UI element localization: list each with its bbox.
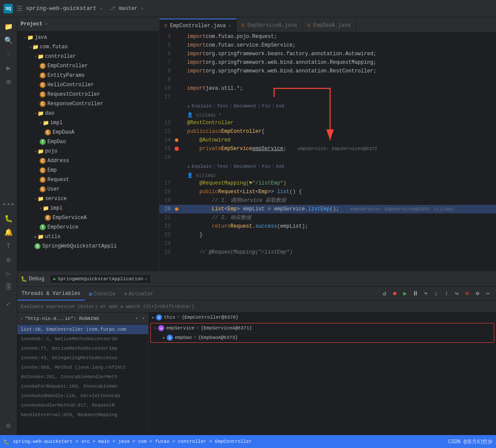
ai-document2[interactable]: Document (234, 164, 256, 169)
code-line-4: import com.futao.pojo.Request; (184, 32, 496, 41)
tree-item-requestcontroller[interactable]: C RequestController (17, 90, 159, 99)
activity-terminal-icon[interactable]: T (3, 240, 15, 252)
thread-frame-5[interactable]: doInvoke:261, InvocableHandlerMeth (17, 372, 148, 382)
tree-item-responsecontroller[interactable]: C ResponseController (17, 99, 159, 109)
thread-frame-8[interactable]: invokeHandlerMethod:917, RequestM (17, 401, 148, 410)
activity-vcs-icon[interactable]: ⑂ (3, 48, 15, 60)
ai-document[interactable]: Document (234, 103, 256, 109)
pause-tool-btn[interactable]: ⏸ (411, 289, 420, 298)
activity-plugins-icon[interactable]: ⊞ (3, 76, 15, 88)
thread-frame-6[interactable]: invokeForRequest:189, InvocableHan (17, 382, 148, 391)
var-inf-icon: ∞ (158, 325, 164, 331)
debug-session-tab[interactable]: ▶ SpringWebQuickstartApplication ✕ (50, 274, 151, 284)
activity-notifications-icon[interactable]: 🔔 (3, 226, 15, 238)
tab-console[interactable]: ▥ Console (85, 288, 120, 301)
tree-item-empservicea[interactable]: C EmpServiceA (17, 213, 159, 222)
thread-dropdown-icon[interactable]: ▾ (142, 315, 145, 322)
var-expand-empservice-icon[interactable]: ▾ (154, 326, 156, 331)
ai-test2[interactable]: Test (217, 164, 228, 169)
tree-item-address[interactable]: C Address (17, 156, 159, 166)
var-item-empdao[interactable]: ▶ C empDao = {EmpDaoA@6373} (151, 333, 494, 342)
tab-empcontroller[interactable]: C EmpController.java ✕ (159, 19, 237, 32)
thread-frame-2[interactable]: invoke:77, NativeMethodAccessorImp (17, 344, 148, 353)
project-header: Project ▾ (17, 17, 159, 31)
ai-fix2[interactable]: Fix (262, 164, 271, 169)
tree-item-empdao[interactable]: I EmpDao (17, 137, 159, 147)
hamburger-icon[interactable]: ☰ (16, 4, 22, 13)
activity-services-icon[interactable]: ⚙ (3, 254, 15, 266)
tree-item-controller[interactable]: ▾ 📁 controller (17, 52, 159, 61)
activity-project-icon[interactable]: 📁 (3, 21, 15, 33)
tab-threads-variables[interactable]: Threads & Variables (17, 288, 85, 301)
run-cursor-btn[interactable]: ↪ (452, 289, 462, 298)
activity-run2-icon[interactable]: ▷ (3, 268, 15, 280)
tree-item-empservice[interactable]: I EmpService (17, 222, 159, 232)
var-item-empservice[interactable]: ▾ ∞ empService = {EmpServiceA@6371} (151, 323, 494, 333)
java-class-icon: C (40, 91, 46, 97)
thread-frame-1[interactable]: invoke0:-1, NativeMethodAccessorIm (17, 334, 148, 344)
tree-item-pojo[interactable]: ▾ 📁 pojo (17, 147, 159, 156)
thread-frame-7[interactable]: invokeAndHandle:118, ServletInvocab (17, 391, 148, 401)
thread-frame-4[interactable]: invoke:568, Method (java.lang.reflect (17, 363, 148, 372)
mute-btn[interactable]: ⊖ (473, 289, 482, 298)
tree-item-empcontroller[interactable]: C EmpController (17, 61, 159, 71)
thread-filter-icon[interactable]: ▾ (135, 315, 138, 322)
tab-close-empcontroller[interactable]: ✕ (228, 23, 231, 28)
activity-run-icon[interactable]: ▶ (3, 62, 15, 74)
evaluate-btn[interactable]: ⊘ (462, 289, 472, 298)
ai-fix[interactable]: Fix (262, 103, 271, 109)
code-line-16 (184, 153, 496, 162)
tree-item-dao[interactable]: ▾ 📁 dao (17, 109, 159, 118)
step-into-btn[interactable]: ↓ (431, 289, 441, 298)
step-over-btn[interactable]: ↷ (421, 289, 430, 298)
more-tool-btn[interactable]: ⋯ (483, 289, 493, 298)
activity-debug-icon[interactable]: 🐛 (3, 213, 15, 225)
activity-settings-icon[interactable]: ⚙ (3, 420, 15, 432)
stop-tool-btn[interactable]: ■ (390, 289, 399, 298)
activity-git-icon[interactable]: ↙ (3, 297, 15, 309)
code-scroll-area[interactable]: import com.futao.pojo.Request; import co… (184, 32, 496, 271)
tree-item-comfutao[interactable]: ▾ 📁 com.futao (17, 42, 159, 52)
ai-explain2[interactable]: Explain (192, 164, 212, 169)
activity-more-icon[interactable]: ••• (3, 199, 15, 211)
ai-test[interactable]: Test (217, 103, 228, 109)
tree-item-hellocontroller[interactable]: C HelloController (17, 80, 159, 90)
var-item-this[interactable]: ▶ C this = {EmpController@6370} (149, 313, 496, 322)
thread-frame-0[interactable]: list:20, EmpController (com.futao.com (17, 325, 148, 334)
tab-empservicea[interactable]: C EmpServiceA.java (237, 19, 303, 32)
chevron-icon: ▾ (40, 121, 42, 125)
tree-item-request[interactable]: C Request (17, 175, 159, 185)
tree-item-dao-impl[interactable]: ▾ 📁 impl (17, 118, 159, 128)
resume-tool-btn[interactable]: ▶ (400, 289, 410, 298)
tree-item-entityparams[interactable]: C EntityParams (17, 71, 159, 80)
refresh-tool-btn[interactable]: ↺ (380, 289, 389, 298)
activity-search-icon[interactable]: 🔍 (3, 34, 15, 47)
tree-item-utils[interactable]: ▶ 📁 utils (17, 232, 159, 241)
tree-label: dao (45, 110, 54, 116)
ai-ask2[interactable]: Ask (276, 164, 284, 169)
line-number: 4 (159, 34, 172, 40)
tab-actuator-label: Actuator (129, 291, 154, 297)
step-out-btn[interactable]: ↑ (442, 289, 451, 298)
session-close-icon[interactable]: ✕ (145, 276, 147, 282)
tab-actuator[interactable]: ⚙ Actuator (120, 288, 158, 301)
code-line-7: import org.springframework.web.bind.anno… (184, 58, 496, 67)
tree-item-service-impl[interactable]: ▾ 📁 impl (17, 204, 159, 213)
activity-db-icon[interactable]: 🗄 (3, 282, 15, 294)
tree-item-java[interactable]: ▾ 📁 java (17, 33, 159, 42)
tree-label: impl (50, 120, 62, 126)
tree-item-empdaoa[interactable]: C EmpDaoA (17, 128, 159, 137)
tree-item-springapp[interactable]: S SpringWebQuickstartAppli (17, 241, 159, 251)
tree-item-emp[interactable]: C Emp (17, 166, 159, 175)
branch-name[interactable]: master (119, 6, 137, 12)
tab-empdaoa[interactable]: C EmpDaoA.java (303, 19, 356, 32)
evaluate-input[interactable] (21, 304, 493, 309)
tree-item-service[interactable]: ▾ 📁 service (17, 194, 159, 204)
var-expand-empdao-icon[interactable]: ▶ (163, 335, 165, 340)
ai-explain[interactable]: Explain (192, 103, 212, 109)
tree-item-user[interactable]: C User (17, 185, 159, 194)
tree-label: EmpDaoA (53, 129, 74, 135)
ai-ask[interactable]: Ask (276, 103, 284, 109)
thread-frame-9[interactable]: handleInternal:829, RequestMapping (17, 410, 148, 420)
thread-frame-3[interactable]: invoke:43, DelegatingMethodAccesso (17, 353, 148, 363)
